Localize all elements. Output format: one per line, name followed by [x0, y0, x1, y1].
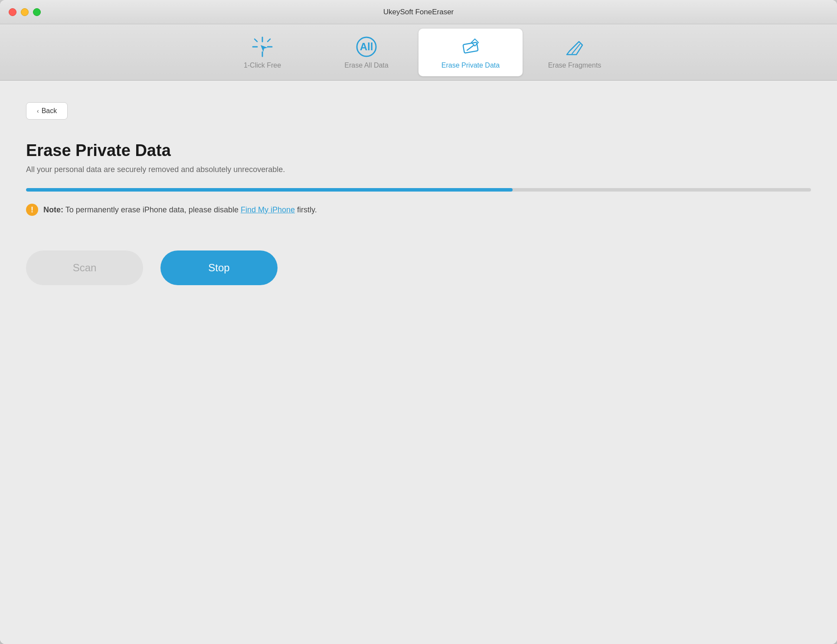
tab-erase-all[interactable]: All Erase All Data	[314, 29, 418, 76]
tab-one-click[interactable]: 1-Click Free	[210, 29, 314, 76]
warning-icon: !	[26, 204, 38, 216]
back-button-label: Back	[42, 107, 57, 115]
titlebar: UkeySoft FoneEraser	[0, 0, 837, 24]
svg-line-10	[467, 45, 474, 50]
tab-erase-private[interactable]: Erase Private Data	[418, 29, 523, 76]
svg-line-6	[268, 39, 270, 42]
main-content: ‹ Back Erase Private Data All your perso…	[0, 81, 837, 644]
svg-marker-4	[261, 45, 268, 52]
stop-button[interactable]: Stop	[160, 250, 278, 285]
progress-bar-container	[26, 188, 811, 192]
maximize-button[interactable]	[33, 8, 41, 16]
section-subtitle: All your personal data are securely remo…	[26, 165, 811, 174]
note-prefix: Note:	[43, 205, 63, 214]
erase-private-icon	[459, 36, 482, 58]
erase-fragments-icon	[563, 36, 586, 58]
traffic-lights	[9, 8, 41, 16]
scan-button[interactable]: Scan	[26, 250, 143, 285]
svg-marker-12	[567, 42, 582, 55]
svg-line-5	[255, 39, 257, 42]
buttons-row: Scan Stop	[26, 250, 811, 285]
note-suffix: firstly.	[295, 205, 317, 214]
note-text: To permanently erase iPhone data, please…	[63, 205, 241, 214]
svg-text:All: All	[360, 41, 373, 52]
tab-erase-fragments-label: Erase Fragments	[548, 62, 602, 69]
section-title: Erase Private Data	[26, 141, 811, 160]
tab-erase-all-label: Erase All Data	[344, 62, 388, 69]
progress-bar-fill	[26, 188, 513, 192]
note-row: ! Note: To permanently erase iPhone data…	[26, 204, 811, 216]
tab-one-click-label: 1-Click Free	[244, 62, 281, 69]
tab-bar: 1-Click Free All Erase All Data	[0, 24, 837, 81]
back-button[interactable]: ‹ Back	[26, 102, 68, 120]
close-button[interactable]	[9, 8, 16, 16]
find-my-iphone-link[interactable]: Find My iPhone	[241, 205, 295, 214]
tab-erase-fragments[interactable]: Erase Fragments	[523, 29, 627, 76]
app-window: UkeySoft FoneEraser 1-Click Free	[0, 0, 837, 644]
minimize-button[interactable]	[21, 8, 29, 16]
note-content: Note: To permanently erase iPhone data, …	[43, 205, 317, 215]
svg-line-13	[572, 44, 580, 54]
tab-erase-private-label: Erase Private Data	[441, 62, 500, 69]
window-title: UkeySoft FoneEraser	[383, 8, 454, 16]
back-chevron-icon: ‹	[37, 107, 39, 114]
erase-all-icon: All	[355, 36, 378, 58]
one-click-icon	[251, 36, 274, 58]
